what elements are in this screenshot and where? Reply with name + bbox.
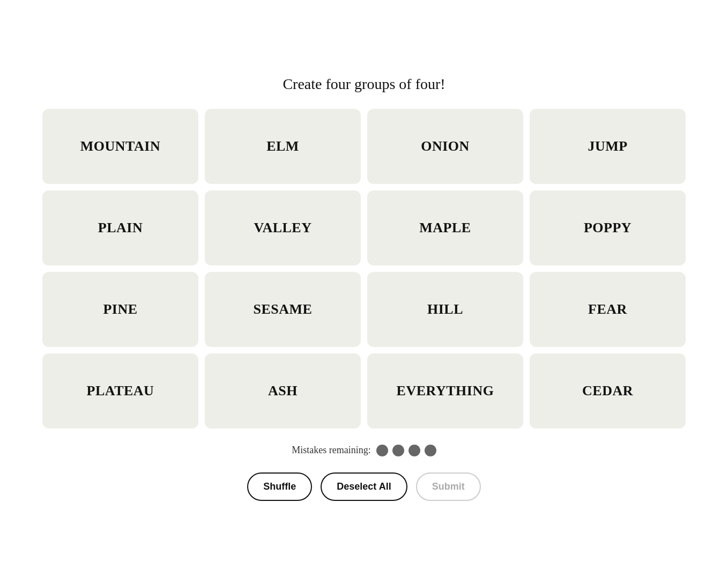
card-ash[interactable]: ASH: [205, 353, 361, 429]
card-cedar-text: CEDAR: [582, 383, 633, 399]
shuffle-button[interactable]: Shuffle: [247, 472, 312, 501]
card-onion-text: ONION: [421, 138, 470, 154]
card-hill[interactable]: HILL: [367, 272, 523, 347]
card-plain[interactable]: PLAIN: [42, 190, 198, 265]
card-fear-text: FEAR: [588, 301, 627, 317]
buttons-section: Shuffle Deselect All Submit: [247, 472, 480, 501]
card-mountain-text: MOUNTAIN: [80, 138, 160, 154]
card-elm[interactable]: ELM: [205, 109, 361, 184]
mistakes-label: Mistakes remaining:: [292, 445, 370, 456]
card-elm-text: ELM: [266, 138, 299, 154]
card-sesame[interactable]: SESAME: [205, 272, 361, 347]
card-jump[interactable]: JUMP: [530, 109, 686, 184]
card-poppy[interactable]: POPPY: [530, 190, 686, 265]
card-pine-text: PINE: [103, 301, 137, 317]
card-everything-text: EVERYTHING: [397, 383, 494, 399]
game-container: Create four groups of four! MOUNTAINELMO…: [42, 76, 686, 501]
card-maple-text: MAPLE: [419, 220, 471, 236]
mistake-dot-1: [376, 445, 388, 456]
card-poppy-text: POPPY: [584, 220, 632, 236]
mistake-dot-3: [408, 445, 420, 456]
mistake-dot-4: [425, 445, 436, 456]
card-maple[interactable]: MAPLE: [367, 190, 523, 265]
card-everything[interactable]: EVERYTHING: [367, 353, 523, 429]
card-onion[interactable]: ONION: [367, 109, 523, 184]
mistakes-dots: [376, 445, 436, 456]
page-title: Create four groups of four!: [283, 76, 445, 93]
word-grid: MOUNTAINELMONIONJUMPPLAINVALLEYMAPLEPOPP…: [42, 109, 686, 429]
submit-button[interactable]: Submit: [416, 472, 481, 501]
card-fear[interactable]: FEAR: [530, 272, 686, 347]
card-valley[interactable]: VALLEY: [205, 190, 361, 265]
card-pine[interactable]: PINE: [42, 272, 198, 347]
card-hill-text: HILL: [427, 301, 463, 317]
card-mountain[interactable]: MOUNTAIN: [42, 109, 198, 184]
card-jump-text: JUMP: [588, 138, 627, 154]
card-ash-text: ASH: [268, 383, 298, 399]
card-valley-text: VALLEY: [254, 220, 311, 236]
mistakes-section: Mistakes remaining:: [292, 445, 436, 456]
card-plateau[interactable]: PLATEAU: [42, 353, 198, 429]
card-plain-text: PLAIN: [98, 220, 143, 236]
deselect-all-button[interactable]: Deselect All: [321, 472, 407, 501]
card-sesame-text: SESAME: [254, 301, 313, 317]
card-cedar[interactable]: CEDAR: [530, 353, 686, 429]
card-plateau-text: PLATEAU: [87, 383, 154, 399]
mistake-dot-2: [392, 445, 404, 456]
